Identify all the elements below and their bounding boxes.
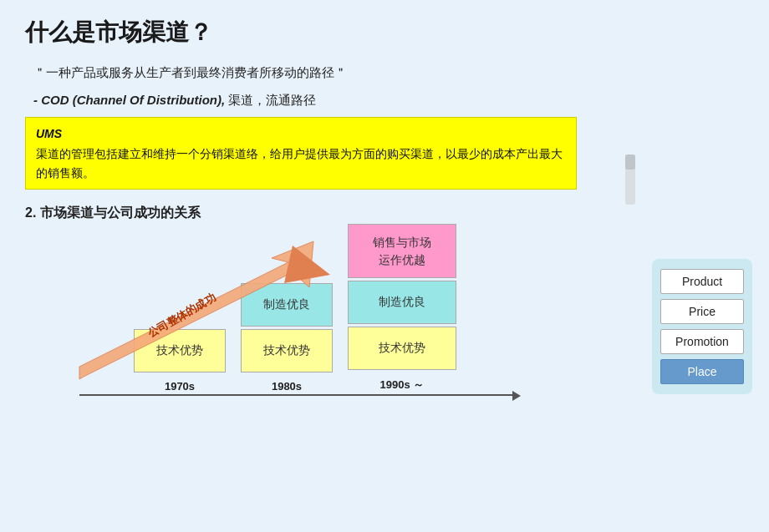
ums-label: UMS — [36, 124, 566, 143]
year-1980: 1980s — [272, 380, 302, 393]
fourp-promotion: Promotion — [660, 329, 744, 354]
cod-line: - COD (Channel Of Distribution), 渠道，流通路径 — [33, 93, 744, 109]
scrollbar-decoration — [625, 155, 635, 205]
decade-1970: 技术优势 1970s — [134, 329, 226, 393]
quote-text: ＂一种产品或服务从生产者到最终消费者所移动的路径＂ — [33, 65, 744, 81]
decade-1980: 制造优良 技术优势 1980s — [241, 283, 333, 393]
fourp-price: Price — [660, 299, 744, 324]
fourp-panel: Product Price Promotion Place — [652, 259, 752, 394]
section2-title: 2. 市场渠道与公司成功的关系 — [25, 205, 744, 222]
fourp-place[interactable]: Place — [660, 359, 744, 384]
chart-section: 技术优势 1970s 制造优良 技术优势 1980s 销售与市场 运作优越 制造… — [25, 236, 744, 419]
page-container: 什么是市场渠道？ ＂一种产品或服务从生产者到最终消费者所移动的路径＂ - COD… — [0, 0, 769, 532]
bar-1990-sales: 销售与市场 运作优越 — [348, 224, 456, 278]
fourp-product: Product — [660, 269, 744, 294]
year-1990: 1990s ～ — [380, 377, 425, 393]
bar-1990-mfg: 制造优良 — [348, 281, 456, 324]
bar-1980-tech: 技术优势 — [241, 329, 333, 372]
cod-prefix: - COD (Channel Of Distribution), — [33, 93, 225, 107]
axis-line — [79, 394, 514, 396]
bar-1990-tech: 技术优势 — [348, 327, 456, 370]
year-1970: 1970s — [165, 380, 195, 393]
bars-container: 技术优势 1970s 制造优良 技术优势 1980s 销售与市场 运作优越 制造… — [79, 224, 456, 393]
bar-1970-tech: 技术优势 — [134, 329, 226, 372]
highlight-body: 渠道的管理包括建立和维持一个分销渠道络，给用户提供最为方面的购买渠道，以最少的成… — [36, 147, 563, 179]
highlight-box: UMS 渠道的管理包括建立和维持一个分销渠道络，给用户提供最为方面的购买渠道，以… — [25, 117, 577, 190]
bar-1980-mfg: 制造优良 — [241, 283, 333, 327]
cod-suffix: 渠道，流通路径 — [228, 93, 316, 107]
axis-arrow — [512, 391, 521, 401]
decade-1990: 销售与市场 运作优越 制造优良 技术优势 1990s ～ — [348, 224, 456, 393]
page-title: 什么是市场渠道？ — [25, 17, 744, 48]
